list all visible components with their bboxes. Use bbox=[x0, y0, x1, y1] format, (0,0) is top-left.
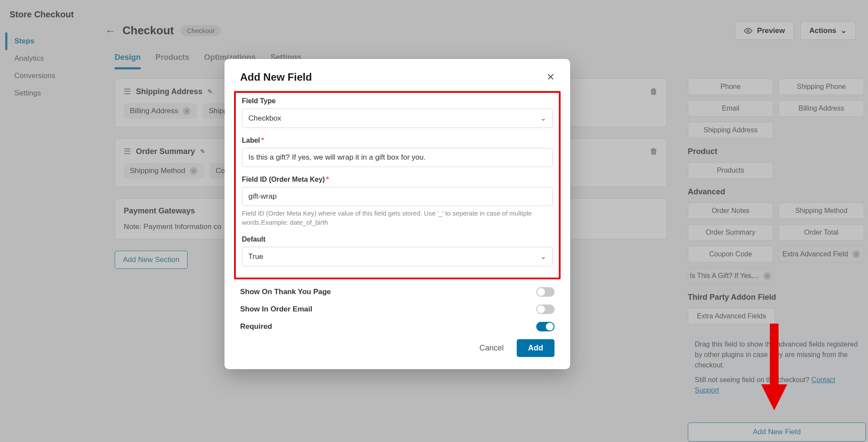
show-thankyou-toggle[interactable] bbox=[536, 287, 554, 297]
fieldid-label: Field ID (Order Meta Key)* bbox=[242, 176, 553, 183]
add-button[interactable]: Add bbox=[517, 339, 554, 357]
chevron-down-icon: ⌄ bbox=[540, 252, 546, 261]
field-type-label: Field Type bbox=[242, 97, 553, 105]
label-label: Label* bbox=[242, 137, 553, 144]
fieldid-help: Field ID (Order Meta Key) where value of… bbox=[242, 209, 553, 227]
chevron-down-icon: ⌄ bbox=[540, 114, 546, 123]
required-toggle[interactable] bbox=[536, 322, 554, 331]
label-value: Is this a gift? If yes, we will wrap it … bbox=[248, 153, 426, 162]
fieldid-value: gift-wrap bbox=[248, 192, 277, 201]
show-thankyou-label: Show On Thank You Page bbox=[240, 288, 331, 296]
show-email-toggle[interactable] bbox=[536, 304, 554, 314]
default-value: True bbox=[248, 252, 263, 261]
cancel-button[interactable]: Cancel bbox=[479, 339, 504, 357]
default-label: Default bbox=[242, 236, 553, 243]
field-type-select[interactable]: Checkbox ⌄ bbox=[242, 108, 553, 128]
fieldid-input[interactable]: gift-wrap bbox=[242, 187, 553, 206]
modal-title: Add New Field bbox=[240, 71, 312, 83]
add-new-field-modal: Add New Field ✕ Field Type Checkbox ⌄ La… bbox=[224, 59, 570, 369]
highlight-box: Field Type Checkbox ⌄ Label* Is this a g… bbox=[234, 91, 561, 279]
required-label: Required bbox=[240, 322, 272, 331]
show-email-label: Show In Order Email bbox=[240, 305, 312, 314]
field-type-value: Checkbox bbox=[248, 114, 281, 123]
default-select[interactable]: True ⌄ bbox=[242, 247, 553, 266]
label-input[interactable]: Is this a gift? If yes, we will wrap it … bbox=[242, 148, 553, 167]
close-icon[interactable]: ✕ bbox=[547, 72, 554, 83]
